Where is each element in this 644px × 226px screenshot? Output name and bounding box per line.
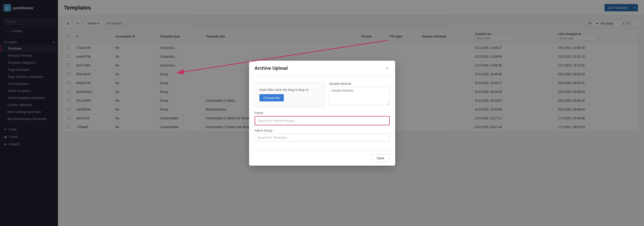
modal-overlay[interactable]: Archive Upload × Insert files here via d… xyxy=(0,0,644,226)
add-to-group-label: Add to Group xyxy=(255,129,390,132)
sample-attr-col: Sample Attribute xyxy=(329,82,390,107)
preset-search-input[interactable] xyxy=(255,117,389,124)
add-to-group-group: Add to Group xyxy=(255,129,390,141)
modal-body: Insert files here via drag & drop or Cho… xyxy=(249,77,395,150)
dropzone-text: Insert files here via drag & drop or xyxy=(259,88,309,92)
archive-upload-modal: Archive Upload × Insert files here via d… xyxy=(249,61,395,166)
preset-label: Preset xyxy=(255,111,390,115)
sample-attr-label: Sample Attribute xyxy=(329,82,390,86)
save-button[interactable]: Save xyxy=(371,154,390,162)
upload-row: Insert files here via drag & drop or Cho… xyxy=(255,82,390,107)
add-to-group-input[interactable] xyxy=(255,134,390,141)
modal-header: Archive Upload × xyxy=(249,61,395,77)
file-dropzone[interactable]: Insert files here via drag & drop or Cho… xyxy=(255,82,325,107)
preset-group: Preset xyxy=(255,111,390,125)
choose-file-button[interactable]: Choose file xyxy=(259,94,284,101)
modal-footer: Save xyxy=(249,150,395,166)
sample-attr-textarea[interactable] xyxy=(329,87,390,105)
modal-title: Archive Upload xyxy=(255,66,288,71)
preset-box xyxy=(255,116,390,125)
modal-close-button[interactable]: × xyxy=(385,65,389,72)
